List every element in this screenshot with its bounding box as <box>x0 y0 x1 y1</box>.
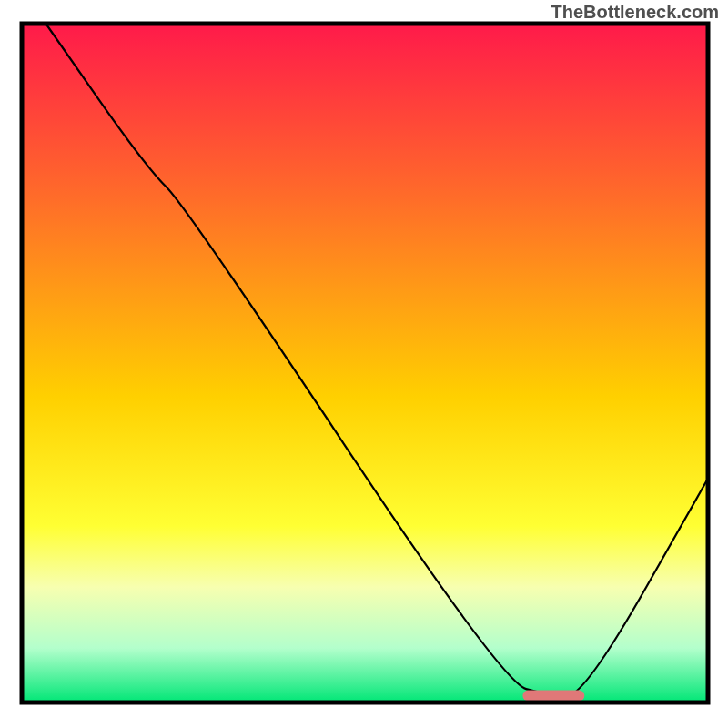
watermark-text: TheBottleneck.com <box>551 2 719 23</box>
chart-container: TheBottleneck.com <box>0 0 728 728</box>
bottleneck-chart <box>0 0 728 728</box>
optimal-marker <box>522 691 584 702</box>
gradient-background <box>22 24 708 703</box>
